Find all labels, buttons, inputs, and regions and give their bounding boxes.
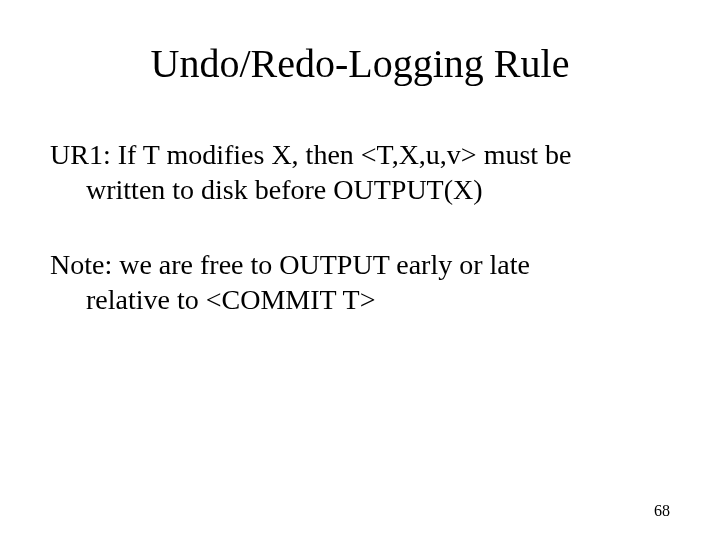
slide-body: UR1: If T modifies X, then <T,X,u,v> mus…: [50, 137, 670, 317]
rule-paragraph: UR1: If T modifies X, then <T,X,u,v> mus…: [50, 137, 670, 207]
slide-title: Undo/Redo-Logging Rule: [50, 40, 670, 87]
rule-line2: written to disk before OUTPUT(X): [50, 172, 670, 207]
page-number: 68: [654, 502, 670, 520]
rule-line1: UR1: If T modifies X, then <T,X,u,v> mus…: [50, 139, 572, 170]
note-line2: relative to <COMMIT T>: [50, 282, 670, 317]
note-line1: Note: we are free to OUTPUT early or lat…: [50, 249, 530, 280]
slide: Undo/Redo-Logging Rule UR1: If T modifie…: [0, 0, 720, 540]
note-paragraph: Note: we are free to OUTPUT early or lat…: [50, 247, 670, 317]
